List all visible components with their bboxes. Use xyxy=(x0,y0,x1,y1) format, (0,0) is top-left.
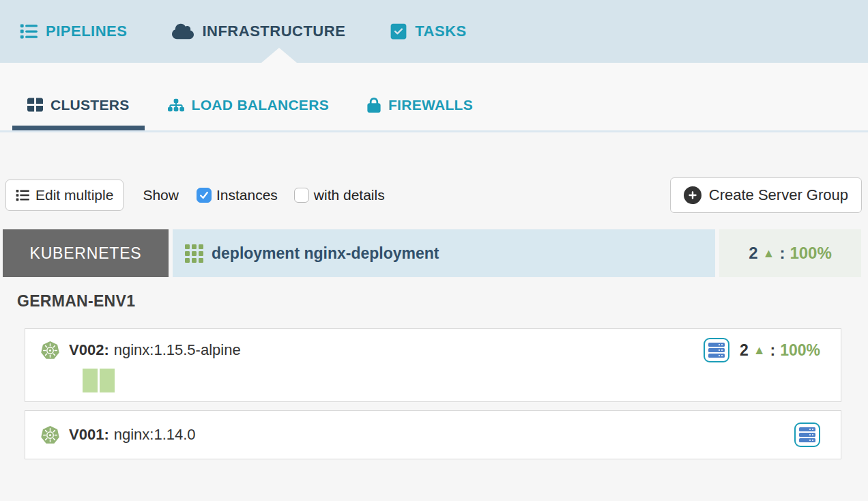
cluster-health: 2 ▲ : 100% xyxy=(749,244,832,263)
health-percent: 100% xyxy=(780,341,820,360)
top-nav: PIPELINES INFRASTRUCTURE TASKS xyxy=(0,0,868,63)
with-details-checkbox-group[interactable]: with details xyxy=(294,187,385,203)
server-group-right xyxy=(794,423,820,447)
instances-checkbox[interactable] xyxy=(197,188,212,203)
deployment-grid-icon xyxy=(185,244,203,263)
server-group-title: V002:nginx:1.15.5-alpine xyxy=(69,341,241,359)
create-server-group-label: Create Server Group xyxy=(709,186,848,204)
nav-tasks[interactable]: TASKS xyxy=(390,23,466,40)
clusters-toolbar: Edit multiple Show Instances with detail… xyxy=(5,177,862,213)
server-group-title: V001:nginx:1.14.0 xyxy=(69,426,196,444)
kubernetes-icon xyxy=(40,425,60,445)
server-group-name: V002: xyxy=(69,341,109,358)
server-group-card-v001[interactable]: V001:nginx:1.14.0 xyxy=(25,410,841,459)
with-details-checkbox-label: with details xyxy=(314,187,385,203)
list-icon xyxy=(16,188,29,202)
clusters-main: Edit multiple Show Instances with detail… xyxy=(0,177,868,459)
tab-load-balancers-label: LOAD BALANCERS xyxy=(192,97,329,113)
server-group-title-group: V002:nginx:1.15.5-alpine xyxy=(40,341,241,360)
server-group-row: V002:nginx:1.15.5-alpine 2 ▲ : 100% xyxy=(40,338,820,362)
server-group-health: 2 ▲ : 100% xyxy=(740,341,820,360)
server-group-name: V001: xyxy=(69,426,109,443)
spinnaker-app: PIPELINES INFRASTRUCTURE TASKS CLUSTERS … xyxy=(0,0,868,501)
active-section-pointer xyxy=(261,48,297,63)
grid-icon xyxy=(27,97,43,113)
up-triangle-icon: ▲ xyxy=(753,344,766,356)
health-count: 2 xyxy=(749,244,757,263)
nav-infrastructure-label: INFRASTRUCTURE xyxy=(202,23,345,40)
server-group-title-group: V001:nginx:1.14.0 xyxy=(40,425,196,445)
plus-circle-icon xyxy=(684,186,701,204)
instances-checkbox-label: Instances xyxy=(216,187,278,203)
show-label: Show xyxy=(143,187,179,203)
nav-tasks-label: TASKS xyxy=(415,23,466,40)
load-balancer-icon[interactable] xyxy=(794,423,820,447)
server-group-image: nginx:1.15.5-alpine xyxy=(114,341,241,358)
instance-list xyxy=(83,369,820,392)
up-triangle-icon: ▲ xyxy=(763,247,775,259)
health-colon: : xyxy=(770,341,776,360)
server-group-image: nginx:1.14.0 xyxy=(114,426,196,443)
instance-square[interactable] xyxy=(83,369,98,392)
provider-label: KUBERNETES xyxy=(30,244,142,263)
tab-firewalls-label: FIREWALLS xyxy=(388,97,473,113)
tab-firewalls[interactable]: FIREWALLS xyxy=(352,84,488,130)
sub-nav: CLUSTERS LOAD BALANCERS FIREWALLS xyxy=(0,63,868,132)
edit-multiple-button[interactable]: Edit multiple xyxy=(5,180,124,211)
cluster-health-badge: 2 ▲ : 100% xyxy=(719,229,861,277)
cluster-title-bar[interactable]: deployment nginx-deployment xyxy=(173,229,715,277)
toolbar-left: Edit multiple Show Instances with detail… xyxy=(5,180,385,211)
cloud-icon xyxy=(172,23,194,40)
nav-pipelines-label: PIPELINES xyxy=(46,23,127,40)
sitemap-icon xyxy=(168,98,184,113)
create-server-group-button[interactable]: Create Server Group xyxy=(670,177,862,213)
health-colon: : xyxy=(779,244,785,263)
instance-square[interactable] xyxy=(100,369,115,392)
with-details-checkbox[interactable] xyxy=(294,188,309,203)
server-group-card-v002[interactable]: V002:nginx:1.15.5-alpine 2 ▲ : 100% xyxy=(25,328,841,402)
edit-multiple-label: Edit multiple xyxy=(35,187,113,203)
list-icon xyxy=(20,23,38,40)
health-percent: 100% xyxy=(790,244,831,263)
server-group-row: V001:nginx:1.14.0 xyxy=(40,423,820,447)
nav-infrastructure[interactable]: INFRASTRUCTURE xyxy=(172,23,345,40)
lock-icon xyxy=(367,98,381,113)
tab-load-balancers[interactable]: LOAD BALANCERS xyxy=(153,84,344,130)
instances-checkbox-group[interactable]: Instances xyxy=(197,187,278,203)
cluster-header: KUBERNETES deployment nginx-deployment 2… xyxy=(3,229,861,277)
cluster-title: deployment nginx-deployment xyxy=(212,244,439,263)
nav-pipelines[interactable]: PIPELINES xyxy=(20,23,127,40)
tab-clusters[interactable]: CLUSTERS xyxy=(12,84,145,130)
kubernetes-icon xyxy=(40,341,60,360)
health-count: 2 xyxy=(740,341,749,360)
check-icon xyxy=(199,190,209,200)
server-group-right: 2 ▲ : 100% xyxy=(704,338,820,362)
tab-clusters-label: CLUSTERS xyxy=(50,97,130,113)
region-label: GERMAN-ENV1 xyxy=(17,292,868,311)
provider-badge: KUBERNETES xyxy=(3,229,169,277)
check-square-icon xyxy=(390,23,407,40)
load-balancer-icon[interactable] xyxy=(704,338,729,362)
